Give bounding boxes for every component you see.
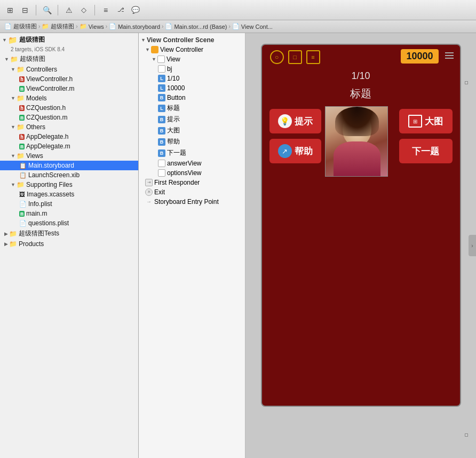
sb-item-bigimg-button[interactable]: B 大图 — [139, 125, 245, 136]
scene-triangle[interactable]: ▼ — [141, 37, 146, 43]
nav-file-images-xcassets[interactable]: 🖼 Images.xcassets — [0, 189, 138, 199]
sb-item-view[interactable]: ▼ View — [139, 54, 245, 64]
breadcrumb-label-6[interactable]: View Cont... — [241, 23, 273, 30]
warning-icon[interactable]: ⚠ — [63, 4, 75, 16]
label-icon-3: L — [158, 105, 165, 112]
project-name[interactable]: 超级猜图 — [19, 35, 45, 44]
sb-item-exit[interactable]: ✕ Exit — [139, 187, 245, 197]
nav-file-viewcontroller-h[interactable]: h ViewController.h — [0, 74, 138, 84]
ios-next-button[interactable]: 下一题 — [399, 139, 453, 163]
breadcrumb-item-3[interactable]: 📁 Views — [80, 23, 104, 30]
nav-group-tests[interactable]: ▶ 📁 超级猜图Tests — [0, 228, 138, 239]
ios-photo-bg — [326, 107, 387, 176]
nav-file-viewcontroller-m[interactable]: m ViewController.m — [0, 84, 138, 93]
nav-folder-controllers[interactable]: ▼ 📁 Controllers — [0, 65, 138, 74]
sb-item-answer-view[interactable]: answerView — [139, 159, 245, 168]
nav-folder-supporting[interactable]: ▼ 📁 Supporting Files — [0, 180, 138, 189]
sb-progress-label: 1/10 — [167, 75, 179, 82]
models-triangle[interactable]: ▼ — [11, 96, 15, 101]
products-folder-icon: 📁 — [9, 240, 17, 248]
breadcrumb-icon-5: 📄 — [165, 23, 172, 30]
main-group-triangle[interactable]: ▼ — [4, 57, 9, 62]
sb-item-button[interactable]: B Button — [139, 93, 245, 102]
button-icon-1: B — [158, 94, 165, 101]
nav-folder-views[interactable]: ▼ 📁 Views — [0, 151, 138, 161]
search-icon[interactable]: 🔍 — [41, 4, 53, 16]
products-triangle[interactable]: ▶ — [4, 241, 8, 247]
sb-item-hint-button[interactable]: B 提示 — [139, 114, 245, 125]
ios-bigimg-button[interactable]: ⊞ 大图 — [399, 109, 453, 133]
list-icon[interactable]: ≡ — [100, 4, 112, 16]
tests-label: 超级猜图Tests — [19, 229, 59, 238]
diamond-icon[interactable]: ◇ — [78, 4, 90, 16]
sb-scene-header[interactable]: ▼ View Controller Scene — [139, 35, 245, 45]
view-triangle[interactable]: ▼ — [152, 57, 156, 62]
view-icon — [157, 56, 165, 63]
views-triangle[interactable]: ▼ — [11, 153, 15, 159]
resize-handle-right[interactable] — [465, 81, 468, 84]
nav-file-czquestion-h[interactable]: h CZQuestion.h — [0, 103, 138, 113]
resize-handle-bottom-right[interactable] — [465, 433, 468, 437]
sb-item-first-responder[interactable]: ⇥ First Responder — [139, 178, 245, 187]
square-split-icon[interactable]: ⊟ — [19, 4, 31, 16]
canvas-area[interactable]: ○ □ ≡ 10000 1/10 标题 — [245, 33, 476, 458]
nav-file-main-storyboard[interactable]: 📋 Main.storyboard — [0, 161, 138, 170]
git-branch-icon[interactable]: ⎇ — [115, 4, 126, 16]
breadcrumb-item-2[interactable]: 📁 超级猜图 — [42, 22, 74, 30]
sb-item-options-view[interactable]: optionsView — [139, 168, 245, 178]
vc-triangle[interactable]: ▼ — [145, 47, 150, 52]
ios-hint-button[interactable]: 💡 提示 — [269, 109, 321, 133]
nav-folder-others[interactable]: ▼ 📁 Others — [0, 122, 138, 132]
nav-file-czquestion-m[interactable]: m CZQuestion.m — [0, 113, 138, 122]
breadcrumb-label-5[interactable]: Main.stor...rd (Base) — [174, 23, 227, 30]
nav-file-main-m[interactable]: m main.m — [0, 209, 138, 218]
breadcrumb-item-6[interactable]: 📄 View Cont... — [232, 23, 273, 30]
nav-group-main[interactable]: ▼ 📁 超级猜图 — [0, 53, 138, 65]
breadcrumb-item-4[interactable]: 📄 Main.storyboard — [109, 23, 160, 30]
breadcrumb: 📄 超级猜图 › 📁 超级猜图 › 📁 Views › 📄 Main.story… — [0, 20, 476, 33]
supporting-triangle[interactable]: ▼ — [11, 182, 15, 187]
breadcrumb-label-4[interactable]: Main.storyboard — [118, 23, 160, 30]
breadcrumb-label-3[interactable]: Views — [89, 23, 104, 30]
breadcrumb-label-2[interactable]: 超级猜图 — [51, 22, 74, 30]
canvas-collapse-button[interactable]: › — [469, 235, 476, 256]
sb-title-label: 标题 — [167, 104, 180, 113]
grid-icon[interactable]: ⊞ — [4, 4, 16, 16]
images-xcassets-label: Images.xcassets — [27, 191, 74, 198]
nav-file-appdelegate-m[interactable]: m AppDelegate.m — [0, 141, 138, 151]
sb-item-progress-label[interactable]: L 1/10 — [139, 74, 245, 83]
ios-title-label: 标题 — [262, 86, 460, 101]
label-icon-2: L — [158, 84, 165, 92]
sb-item-entry-point[interactable]: → Storyboard Entry Point — [139, 197, 245, 207]
controllers-triangle[interactable]: ▼ — [11, 67, 15, 72]
project-triangle[interactable]: ▼ — [2, 37, 7, 43]
nav-file-questions-plist[interactable]: 📄 questions.plist — [0, 218, 138, 228]
ios-score-container: 10000 — [401, 49, 438, 64]
nav-folder-models[interactable]: ▼ 📁 Models — [0, 93, 138, 103]
exit-icon: ✕ — [145, 188, 153, 196]
sb-item-viewcontroller[interactable]: ▼ View Controller — [139, 45, 245, 54]
ios-next-label: 下一题 — [412, 145, 439, 157]
nav-group-products[interactable]: ▶ 📁 Products — [0, 239, 138, 249]
breadcrumb-item-1[interactable]: 📄 超级猜图 — [4, 22, 37, 30]
sb-item-help-button[interactable]: B 帮助 — [139, 136, 245, 147]
nav-file-launchscreen-xib[interactable]: 📋 LaunchScreen.xib — [0, 170, 138, 180]
breadcrumb-label-1[interactable]: 超级猜图 — [13, 22, 37, 30]
ios-menu-icon[interactable] — [445, 52, 454, 59]
nav-file-appdelegate-h[interactable]: h AppDelegate.h — [0, 132, 138, 141]
controllers-label: Controllers — [26, 66, 57, 73]
project-header[interactable]: ▼ 📁 超级猜图 — [0, 33, 138, 46]
sb-item-title-label[interactable]: L 标题 — [139, 102, 245, 114]
comment-icon[interactable]: 💬 — [130, 4, 141, 16]
ios-icon-box2: ≡ — [306, 50, 320, 64]
m-badge-main: m — [19, 211, 25, 217]
sb-item-score-label[interactable]: L 10000 — [139, 83, 245, 93]
tests-triangle[interactable]: ▶ — [4, 231, 8, 236]
breadcrumb-item-5[interactable]: 📄 Main.stor...rd (Base) — [165, 23, 227, 30]
nav-file-info-plist[interactable]: 📄 Info.plist — [0, 199, 138, 209]
ios-help-button[interactable]: ↗ 帮助 — [269, 139, 321, 163]
sb-item-next-button[interactable]: B 下一题 — [139, 147, 245, 159]
others-triangle[interactable]: ▼ — [11, 124, 15, 130]
sb-item-bj[interactable]: bj — [139, 64, 245, 74]
breadcrumb-icon-6: 📄 — [232, 23, 240, 30]
